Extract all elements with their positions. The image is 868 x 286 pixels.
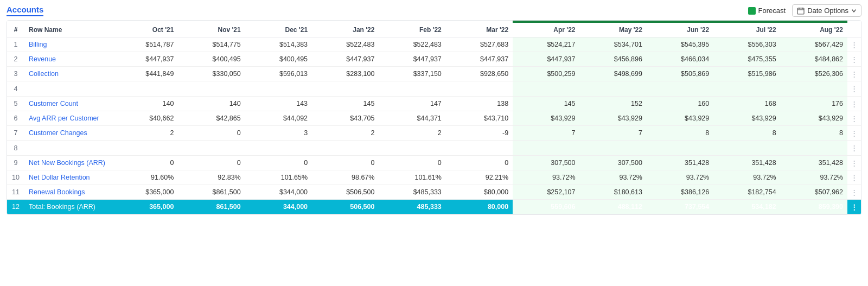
row-name-link[interactable]: Customer Changes bbox=[29, 129, 87, 137]
table-row: 4⋮ bbox=[7, 81, 861, 97]
row-name-cell[interactable]: Collection bbox=[24, 67, 111, 81]
row-name-cell[interactable]: Customer Changes bbox=[24, 126, 111, 141]
row-name-cell[interactable]: Avg ARR per Customer bbox=[24, 111, 111, 126]
row-name-cell[interactable]: Net New Bookings (ARR) bbox=[24, 156, 111, 170]
data-cell bbox=[245, 141, 312, 156]
table-row: 1Billing$514,787$514,775$514,383$522,483… bbox=[7, 37, 861, 52]
data-cell: 859,390 bbox=[781, 200, 847, 214]
data-cell: 0 bbox=[245, 156, 312, 170]
header-right: Forecast Date Options bbox=[748, 4, 861, 17]
data-cell: 91.60% bbox=[111, 170, 178, 185]
data-cell: 351,428 bbox=[713, 156, 780, 170]
data-cell: $43,929 bbox=[513, 111, 579, 126]
data-cell: 351,428 bbox=[781, 156, 847, 170]
row-name-cell[interactable]: Revenue bbox=[24, 52, 111, 67]
row-name-link[interactable]: Renewal Bookings bbox=[29, 188, 85, 196]
data-cell: $515,986 bbox=[713, 67, 780, 81]
col-apr22: Apr '22 bbox=[513, 23, 579, 37]
col-feb22: Feb '22 bbox=[379, 23, 445, 37]
row-name-link[interactable]: Billing bbox=[29, 41, 47, 48]
row-name-cell[interactable]: Billing bbox=[24, 37, 111, 52]
data-cell: $522,483 bbox=[312, 37, 379, 52]
row-name-link[interactable]: Avg ARR per Customer bbox=[29, 115, 99, 122]
row-menu[interactable]: ⋮ bbox=[847, 170, 861, 185]
data-cell: $337,150 bbox=[379, 67, 445, 81]
row-number: 10 bbox=[7, 170, 24, 185]
data-cell: $252,107 bbox=[513, 185, 579, 200]
col-row-name: Row Name bbox=[24, 23, 111, 37]
data-cell: $43,710 bbox=[446, 111, 513, 126]
data-cell: $344,000 bbox=[245, 185, 312, 200]
row-menu[interactable]: ⋮ bbox=[847, 52, 861, 67]
data-cell bbox=[111, 81, 178, 97]
data-cell: $43,929 bbox=[580, 111, 647, 126]
row-name-link[interactable]: Customer Count bbox=[29, 100, 78, 107]
data-cell: 506,500 bbox=[312, 200, 379, 214]
row-name-link[interactable]: Revenue bbox=[29, 55, 56, 63]
row-number: 4 bbox=[7, 81, 24, 97]
data-cell: 0 bbox=[111, 156, 178, 170]
data-cell: 488,112 bbox=[580, 200, 647, 214]
row-name-link[interactable]: Net New Bookings (ARR) bbox=[29, 159, 105, 167]
data-cell: 93.72% bbox=[580, 170, 647, 185]
data-cell: 0 bbox=[178, 156, 245, 170]
row-name-cell[interactable]: Net Dollar Retention bbox=[24, 170, 111, 185]
data-cell: 98.67% bbox=[312, 170, 379, 185]
row-menu[interactable]: ⋮ bbox=[847, 97, 861, 111]
data-cell bbox=[312, 141, 379, 156]
row-name-cell[interactable]: Total: Bookings (ARR) bbox=[24, 200, 111, 214]
data-cell: $567,429 bbox=[781, 37, 847, 52]
data-cell: 80,000 bbox=[446, 200, 513, 214]
row-name-link[interactable]: Collection bbox=[29, 70, 59, 78]
data-cell: 147 bbox=[379, 97, 445, 111]
data-cell: 559,606 bbox=[513, 200, 579, 214]
data-cell bbox=[781, 81, 847, 97]
data-cell: $545,395 bbox=[647, 37, 713, 52]
data-cell bbox=[312, 81, 379, 97]
data-cell: 176 bbox=[781, 97, 847, 111]
data-cell: 93.72% bbox=[781, 170, 847, 185]
row-menu[interactable]: ⋮ bbox=[847, 185, 861, 200]
data-cell: $182,754 bbox=[713, 185, 780, 200]
data-cell bbox=[245, 81, 312, 97]
data-cell: 344,000 bbox=[245, 200, 312, 214]
data-cell: $42,865 bbox=[178, 111, 245, 126]
row-name-cell[interactable]: Renewal Bookings bbox=[24, 185, 111, 200]
data-cell: $466,034 bbox=[647, 52, 713, 67]
col-dec21: Dec '21 bbox=[245, 23, 312, 37]
data-cell: 8 bbox=[781, 126, 847, 141]
data-cell: $447,937 bbox=[446, 52, 513, 67]
row-name-link[interactable]: Total: Bookings (ARR) bbox=[29, 203, 95, 211]
row-menu[interactable]: ⋮ bbox=[847, 126, 861, 141]
row-number: 1 bbox=[7, 37, 24, 52]
row-menu[interactable]: ⋮ bbox=[847, 141, 861, 156]
data-cell: 168 bbox=[713, 97, 780, 111]
data-cell: $447,937 bbox=[513, 52, 579, 67]
data-cell: $522,483 bbox=[379, 37, 445, 52]
forecast-dot bbox=[748, 7, 756, 15]
row-name-cell[interactable]: Customer Count bbox=[24, 97, 111, 111]
data-cell: 2 bbox=[312, 126, 379, 141]
row-menu[interactable]: ⋮ bbox=[847, 200, 861, 214]
data-cell: $400,495 bbox=[245, 52, 312, 67]
data-cell: $400,495 bbox=[178, 52, 245, 67]
date-options-button[interactable]: Date Options bbox=[792, 4, 861, 17]
data-cell: 0 bbox=[379, 156, 445, 170]
data-cell: 93.72% bbox=[647, 170, 713, 185]
page-title: Accounts bbox=[7, 5, 43, 16]
col-jan22: Jan '22 bbox=[312, 23, 379, 37]
row-menu[interactable]: ⋮ bbox=[847, 156, 861, 170]
row-menu[interactable]: ⋮ bbox=[847, 67, 861, 81]
data-cell: $43,929 bbox=[781, 111, 847, 126]
table-row: 3Collection$441,849$330,050$596,013$283,… bbox=[7, 67, 861, 81]
data-cell: 737,554 bbox=[647, 200, 713, 214]
data-cell: $40,662 bbox=[111, 111, 178, 126]
row-menu[interactable]: ⋮ bbox=[847, 111, 861, 126]
row-name-link[interactable]: Net Dollar Retention bbox=[29, 174, 90, 181]
data-cell: 485,333 bbox=[379, 200, 445, 214]
data-cell bbox=[111, 141, 178, 156]
table-row: 11Renewal Bookings$365,000$861,500$344,0… bbox=[7, 185, 861, 200]
row-menu[interactable]: ⋮ bbox=[847, 81, 861, 97]
data-cell: $514,383 bbox=[245, 37, 312, 52]
row-menu[interactable]: ⋮ bbox=[847, 37, 861, 52]
